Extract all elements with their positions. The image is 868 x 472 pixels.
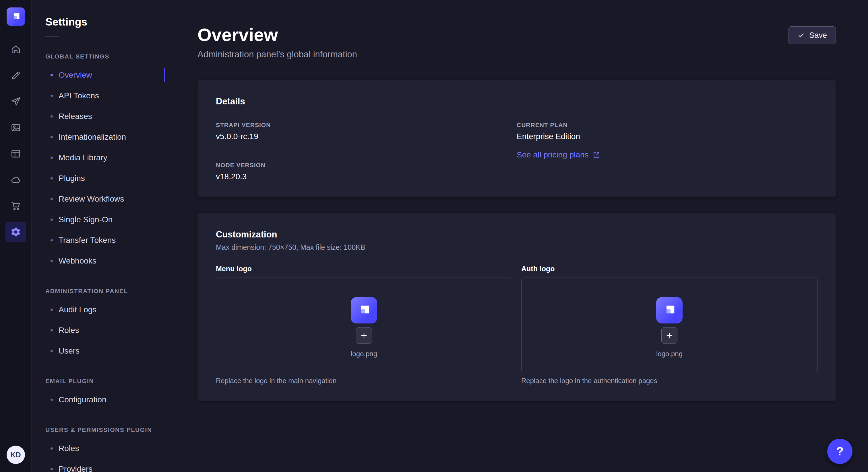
node-version-field: NODE VERSION v18.20.3 (216, 162, 517, 181)
sidebar-item-up-roles[interactable]: Roles (32, 438, 165, 459)
sidebar-item-webhooks[interactable]: Webhooks (32, 250, 165, 271)
section-users-permissions-plugin: USERS & PERMISSIONS PLUGIN Roles Provide… (32, 426, 165, 472)
bullet-icon (51, 239, 53, 241)
sidebar-title: Settings (45, 16, 165, 28)
sidebar-item-plugins[interactable]: Plugins (32, 168, 165, 189)
sidebar-item-label: Roles (59, 326, 79, 335)
pricing-link[interactable]: See all pricing plans (517, 150, 600, 160)
sidebar-item-label: Roles (59, 444, 79, 453)
sidebar-item-label: Webhooks (59, 256, 96, 266)
auth-logo-upload: Auth logo (521, 265, 817, 385)
section-label: ADMINISTRATION PANEL (45, 287, 165, 295)
sidebar-item-transfer-tokens[interactable]: Transfer Tokens (32, 230, 165, 250)
sidebar-item-label: Providers (59, 465, 92, 472)
rail-item-marketplace[interactable] (5, 196, 26, 216)
sidebar-item-label: Plugins (59, 174, 85, 183)
section-email-plugin: EMAIL PLUGIN Configuration (32, 377, 165, 410)
bullet-icon (51, 95, 53, 97)
sidebar-item-label: Releases (59, 112, 92, 121)
menu-logo-dropzone[interactable]: logo.png (216, 278, 512, 372)
save-button[interactable]: Save (788, 26, 836, 44)
cart-icon (10, 200, 21, 211)
auth-logo-add-button[interactable] (661, 328, 677, 343)
sidebar-item-releases[interactable]: Releases (32, 106, 165, 127)
customization-card: Customization Max dimension: 750×750, Ma… (197, 213, 836, 401)
node-version-label: NODE VERSION (216, 162, 517, 169)
sidebar-item-media-library[interactable]: Media Library (32, 147, 165, 168)
strapi-version-field: STRAPI VERSION v5.0.0-rc.19 (216, 122, 517, 141)
sidebar-item-review-workflows[interactable]: Review Workflows (32, 189, 165, 209)
bullet-icon (51, 350, 53, 352)
bullet-icon (51, 198, 53, 200)
sidebar-item-api-tokens[interactable]: API Tokens (32, 86, 165, 106)
strapi-mark-icon (355, 302, 372, 318)
auth-logo-image (656, 297, 683, 324)
sidebar-item-label: Internationalization (59, 133, 126, 142)
auth-logo-label: Auth logo (521, 265, 817, 273)
rail-item-content-manager[interactable] (5, 143, 26, 164)
external-link-icon (593, 151, 600, 159)
section-administration-panel: ADMINISTRATION PANEL Audit Logs Roles Us… (32, 287, 165, 361)
page-header-text: Overview Administration panel’s global i… (197, 24, 357, 60)
bullet-icon (51, 177, 53, 179)
pricing-link-label: See all pricing plans (517, 150, 589, 160)
question-mark-icon: ? (836, 444, 844, 458)
customization-subtitle: Max dimension: 750×750, Max file size: 1… (216, 243, 817, 251)
strapi-mark-icon (10, 11, 22, 23)
sidebar-item-label: Media Library (59, 153, 107, 162)
rail-item-cloud[interactable] (5, 169, 26, 190)
sidebar-item-label: Single Sign-On (59, 215, 113, 224)
node-version-value: v18.20.3 (216, 172, 517, 181)
sidebar-item-admin-roles[interactable]: Roles (32, 320, 165, 341)
strapi-logo[interactable] (7, 7, 25, 26)
bullet-icon (51, 260, 53, 262)
details-fields: STRAPI VERSION v5.0.0-rc.19 NODE VERSION… (216, 122, 817, 181)
sidebar-item-overview[interactable]: Overview (32, 65, 165, 86)
section-global-settings: GLOBAL SETTINGS Overview API Tokens Rele… (32, 53, 165, 271)
bullet-icon (51, 308, 53, 311)
settings-sidebar: Settings GLOBAL SETTINGS Overview API To… (32, 0, 165, 472)
auth-logo-dropzone[interactable]: logo.png (521, 278, 817, 372)
sidebar-item-label: API Tokens (59, 91, 99, 100)
rail-item-home[interactable] (5, 39, 26, 60)
menu-logo-label: Menu logo (216, 265, 512, 273)
sidebar-item-single-sign-on[interactable]: Single Sign-On (32, 209, 165, 230)
nav-rail: KD (0, 0, 32, 472)
paper-plane-icon (10, 96, 21, 107)
rail-item-releases[interactable] (5, 91, 26, 112)
details-left-column: STRAPI VERSION v5.0.0-rc.19 NODE VERSION… (216, 122, 517, 181)
menu-logo-preview: logo.png (351, 297, 377, 358)
details-card: Details STRAPI VERSION v5.0.0-rc.19 NODE… (197, 80, 836, 197)
sidebar-item-internationalization[interactable]: Internationalization (32, 127, 165, 147)
auth-logo-filename: logo.png (656, 350, 683, 358)
check-icon (797, 32, 805, 39)
avatar[interactable]: KD (7, 446, 25, 464)
sidebar-item-label: Review Workflows (59, 194, 124, 204)
home-icon (10, 44, 21, 55)
help-button[interactable]: ? (827, 439, 852, 464)
menu-logo-image (351, 297, 377, 324)
layout-icon (10, 148, 21, 159)
rail-item-settings[interactable] (5, 222, 26, 242)
auth-logo-preview: logo.png (656, 297, 683, 358)
sidebar-item-up-providers[interactable]: Providers (32, 459, 165, 472)
details-title: Details (216, 96, 817, 107)
menu-logo-add-button[interactable] (356, 328, 372, 343)
main-content: Overview Administration panel’s global i… (165, 0, 868, 472)
rail-item-media-library[interactable] (5, 117, 26, 138)
sidebar-item-label: Configuration (59, 395, 106, 404)
page-subtitle: Administration panel’s global informatio… (197, 49, 357, 60)
current-plan-value: Enterprise Edition (517, 132, 817, 141)
auth-logo-hint: Replace the logo in the authentication p… (521, 377, 817, 385)
bullet-icon (51, 447, 53, 450)
sidebar-item-email-configuration[interactable]: Configuration (32, 390, 165, 410)
rail-item-content-builder[interactable] (5, 65, 26, 86)
bullet-icon (51, 329, 53, 332)
section-label: USERS & PERMISSIONS PLUGIN (45, 426, 165, 434)
sidebar-item-admin-users[interactable]: Users (32, 341, 165, 361)
menu-logo-upload: Menu logo (216, 265, 512, 385)
pen-icon (10, 70, 21, 81)
sidebar-item-audit-logs[interactable]: Audit Logs (32, 299, 165, 320)
cloud-icon (10, 174, 21, 185)
title-divider (45, 36, 59, 37)
